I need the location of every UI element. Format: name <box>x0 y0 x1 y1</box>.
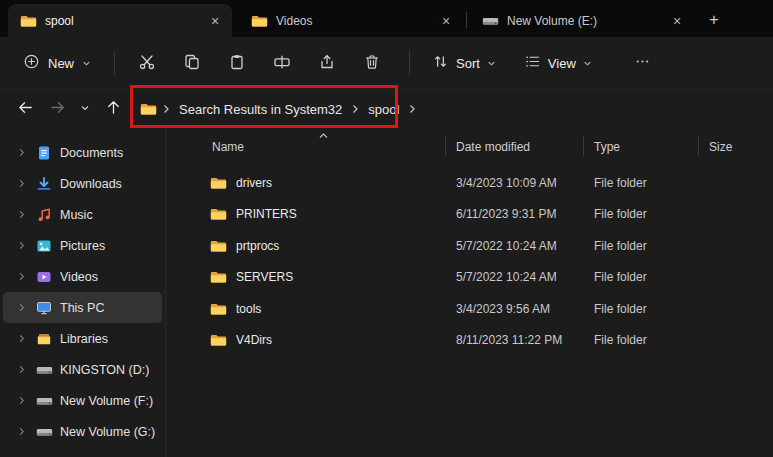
file-date-modified: 5/7/2022 10:24 AM <box>446 270 584 284</box>
sidebar-item-label: Documents <box>60 146 123 160</box>
command-toolbar: New <box>0 37 773 90</box>
arrow-up-icon <box>105 99 122 119</box>
chevron-right-icon[interactable] <box>18 365 28 374</box>
chevron-right-icon[interactable] <box>18 303 28 312</box>
sidebar-item[interactable]: New Volume (F:) <box>3 385 162 416</box>
folder-icon <box>210 333 227 347</box>
navigation-pane: Documents Downloads Music <box>0 128 166 457</box>
explorer-tab[interactable]: New Volume (E:) × <box>470 4 694 37</box>
folder-icon <box>210 239 227 253</box>
column-header-type[interactable]: Type <box>584 130 699 160</box>
sidebar-item[interactable]: Libraries <box>3 323 162 354</box>
file-row[interactable]: PRINTERS 6/11/2023 9:31 PM File folder <box>202 199 773 231</box>
tab-close-button[interactable]: × <box>206 12 224 30</box>
sort-button[interactable]: Sort <box>422 46 506 80</box>
sidebar-item-label: New Volume (F:) <box>60 394 153 408</box>
tab-label: spool <box>45 14 198 28</box>
rename-icon <box>273 53 291 74</box>
delete-button[interactable] <box>352 46 392 80</box>
file-type: File folder <box>584 270 699 284</box>
explorer-tab[interactable]: Videos × <box>239 4 463 37</box>
scissors-icon <box>138 53 156 74</box>
tab-close-button[interactable]: × <box>668 12 686 30</box>
folder-icon <box>210 270 227 284</box>
sidebar-item[interactable]: KINGSTON (D:) <box>3 354 162 385</box>
share-icon <box>318 53 336 74</box>
view-button[interactable]: View <box>514 46 602 80</box>
column-header-size[interactable]: Size <box>699 130 773 160</box>
sidebar-item[interactable]: Videos <box>3 261 162 292</box>
chevron-right-icon[interactable] <box>18 148 28 157</box>
breadcrumb: Search Results in System32 spool <box>140 98 419 121</box>
file-row[interactable]: tools 3/4/2023 9:56 AM File folder <box>202 293 773 325</box>
sidebar-item[interactable]: Music <box>3 199 162 230</box>
chevron-right-icon[interactable] <box>18 427 28 436</box>
this-pc-icon <box>35 300 53 316</box>
sidebar-item[interactable]: Documents <box>3 137 162 168</box>
file-list: drivers 3/4/2023 10:09 AM File folder PR… <box>202 167 773 356</box>
rename-button[interactable] <box>262 46 302 80</box>
chevron-right-icon <box>159 104 173 114</box>
file-name-cell: PRINTERS <box>202 207 446 221</box>
folder-icon <box>251 14 268 28</box>
file-name-cell: SERVERS <box>202 270 446 284</box>
folder-icon <box>210 176 227 190</box>
sidebar-item[interactable]: This PC <box>3 292 162 323</box>
chevron-right-icon[interactable] <box>18 241 28 250</box>
videos-icon <box>35 269 53 285</box>
file-row[interactable]: V4Dirs 8/11/2023 11:22 PM File folder <box>202 325 773 357</box>
file-row[interactable]: SERVERS 5/7/2022 10:24 AM File folder <box>202 262 773 294</box>
copy-icon <box>183 53 201 74</box>
chevron-right-icon[interactable] <box>18 334 28 343</box>
trash-icon <box>363 53 381 74</box>
file-name: prtprocs <box>236 239 279 253</box>
drive-icon <box>482 14 499 28</box>
toolbar-divider <box>409 51 410 75</box>
chevron-right-icon[interactable] <box>18 179 28 188</box>
share-button[interactable] <box>307 46 347 80</box>
chevron-down-icon <box>583 56 592 71</box>
file-row[interactable]: prtprocs 5/7/2022 10:24 AM File folder <box>202 230 773 262</box>
folder-icon <box>210 207 227 221</box>
sidebar-item-label: This PC <box>60 301 104 315</box>
file-type: File folder <box>584 239 699 253</box>
new-button[interactable]: New <box>12 46 102 80</box>
file-date-modified: 5/7/2022 10:24 AM <box>446 239 584 253</box>
arrow-right-icon <box>49 99 66 119</box>
column-header-date-modified[interactable]: Date modified <box>446 130 584 160</box>
sidebar-item[interactable]: Pictures <box>3 230 162 261</box>
copy-button[interactable] <box>172 46 212 80</box>
navigation-bar: Search Results in System32 spool <box>0 90 773 128</box>
sidebar-item[interactable]: Downloads <box>3 168 162 199</box>
tab-close-button[interactable]: × <box>437 12 455 30</box>
file-name: tools <box>236 302 261 316</box>
sidebar-item[interactable]: New Volume (G:) <box>3 416 162 447</box>
paste-button[interactable] <box>217 46 257 80</box>
chevron-right-icon[interactable] <box>18 272 28 281</box>
downloads-icon <box>35 176 53 192</box>
sidebar-item-label: New Volume (G:) <box>60 425 155 439</box>
explorer-tab[interactable]: spool × <box>8 4 232 37</box>
cut-button[interactable] <box>127 46 167 80</box>
file-type: File folder <box>584 207 699 221</box>
new-tab-button[interactable]: + <box>701 7 727 33</box>
chevron-right-icon <box>405 104 419 114</box>
breadcrumb-item[interactable]: spool <box>362 98 405 121</box>
more-options-button[interactable] <box>624 46 662 80</box>
chevron-right-icon[interactable] <box>18 210 28 219</box>
up-button[interactable] <box>98 94 128 124</box>
folder-icon <box>210 302 227 316</box>
sidebar-item-label: Downloads <box>60 177 122 191</box>
file-name-cell: V4Dirs <box>202 333 446 347</box>
breadcrumb-item[interactable]: Search Results in System32 <box>173 98 348 121</box>
recent-locations-button[interactable] <box>74 94 96 124</box>
file-row[interactable]: drivers 3/4/2023 10:09 AM File folder <box>202 167 773 199</box>
file-type: File folder <box>584 302 699 316</box>
forward-button[interactable] <box>42 94 72 124</box>
file-name: V4Dirs <box>236 333 272 347</box>
column-header-name[interactable]: Name <box>202 130 446 160</box>
content-area: Documents Downloads Music <box>0 128 773 457</box>
clipboard-icon <box>228 53 246 74</box>
back-button[interactable] <box>10 94 40 124</box>
chevron-right-icon[interactable] <box>18 396 28 405</box>
